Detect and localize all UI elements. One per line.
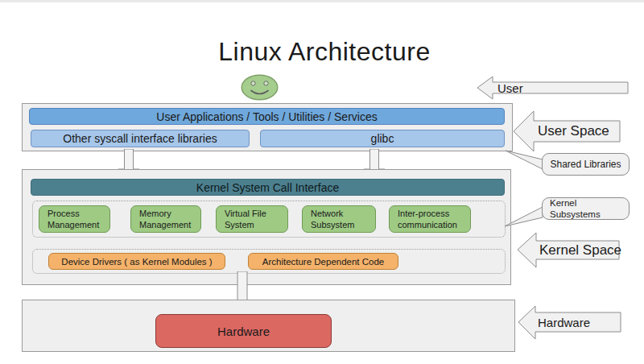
kernel-space-label-arrow: Kernel Space bbox=[517, 232, 621, 268]
user-label-arrow: User bbox=[477, 76, 629, 100]
shared-libraries-callout: Shared Libraries bbox=[542, 153, 630, 176]
subsystem-box-virtual-file-system: Virtual File System bbox=[216, 205, 288, 233]
user-space-label-arrow: User Space bbox=[513, 110, 621, 152]
page-title: Linux Architecture bbox=[2, 37, 644, 67]
subsystem-box-inter-process-communication: Inter-process communication bbox=[389, 205, 471, 233]
top-edge-strip bbox=[0, 0, 644, 2]
shared-libraries-label: Shared Libraries bbox=[550, 159, 621, 170]
subsystem-box-process-management: Process Management bbox=[39, 205, 110, 233]
syscall-libraries-box: Other syscall interface libraries bbox=[31, 130, 250, 147]
kernel-syscall-interface-bar: Kernel System Call Interface bbox=[31, 179, 505, 196]
hardware-box: Hardware bbox=[155, 314, 332, 348]
kernel-subsystems-label: Kernel Subsystems bbox=[550, 197, 606, 221]
subsystem-box-memory-management: Memory Management bbox=[130, 205, 201, 233]
module-box-architecture-dependent-code: Architecture Dependent Code bbox=[248, 253, 398, 270]
hardware-label-arrow: Hardware bbox=[518, 305, 622, 340]
kernel-subsystems-callout: Kernel Subsystems bbox=[542, 197, 630, 220]
kernel-space-label: Kernel Space bbox=[539, 232, 621, 268]
smiley-face-icon bbox=[241, 74, 279, 101]
user-label: User bbox=[497, 76, 523, 100]
user-space-label: User Space bbox=[538, 110, 609, 152]
module-box-device-drivers: Device Drivers ( as Kernel Modules ) bbox=[48, 253, 225, 270]
user-applications-bar: User Applications / Tools / Utilities / … bbox=[29, 108, 505, 125]
subsystem-box-network-subsystem: Network Subsystem bbox=[302, 205, 376, 233]
hardware-label: Hardware bbox=[538, 305, 590, 340]
glibc-box: glibc bbox=[260, 130, 505, 147]
linux-architecture-diagram: Linux Architecture User Applications / T… bbox=[0, 0, 644, 364]
